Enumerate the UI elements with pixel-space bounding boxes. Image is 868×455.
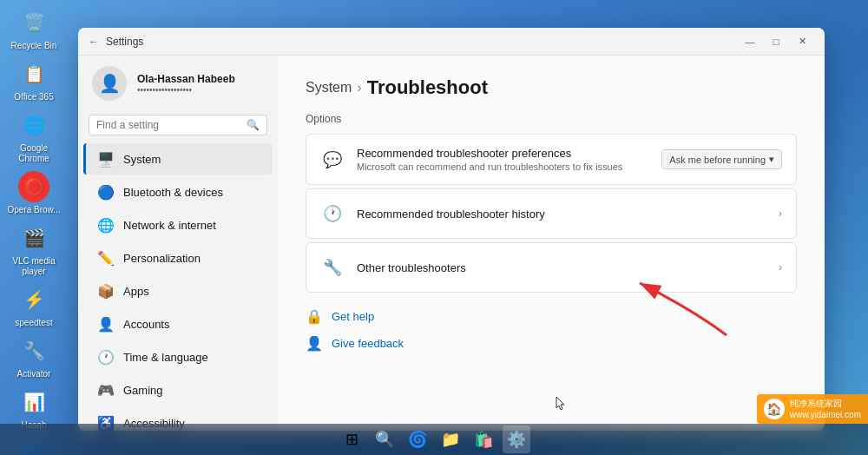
troubleshooter-history-card[interactable]: 🕐 Recommended troubleshooter history ›	[306, 188, 797, 239]
troubleshooter-preferences-title: Recommended troubleshooter preferences	[357, 147, 649, 160]
troubleshooter-preferences-content: Recommended troubleshooter preferences M…	[357, 147, 649, 172]
network-icon: 🌐	[97, 216, 115, 234]
links-section: 🔒 Get help 👤 Give feedback	[306, 307, 797, 353]
window-controls: — □ ✕	[738, 31, 814, 52]
system-icon: 🖥️	[97, 150, 115, 168]
main-content: System › Troubleshoot Options 💬 Recommen…	[278, 56, 825, 431]
troubleshooter-preferences-action[interactable]: Ask me before running ▾	[661, 149, 782, 169]
taskbar-store[interactable]: 🛍️	[470, 425, 497, 453]
maximize-button[interactable]: □	[764, 31, 788, 52]
bluetooth-icon: 🔵	[97, 183, 115, 201]
desktop-icon-opera[interactable]: ⭕ Opera Brow...	[3, 171, 64, 215]
troubleshooter-history-title: Recommended troubleshooter history	[357, 208, 766, 221]
watermark-text: 纯净系统家园 www.yidaimei.com	[790, 398, 861, 420]
close-button[interactable]: ✕	[790, 31, 814, 52]
desktop-icon-speedtest[interactable]: ⚡ speedtest	[3, 284, 64, 328]
sidebar-item-bluetooth[interactable]: 🔵 Bluetooth & devices	[83, 176, 273, 208]
breadcrumb-separator: ›	[357, 80, 361, 96]
other-troubleshooters-action: ›	[779, 261, 782, 274]
time-icon: 🕐	[97, 348, 115, 366]
dropdown-label: Ask me before running	[669, 155, 766, 165]
accounts-icon: 👤	[97, 315, 115, 333]
give-feedback-label: Give feedback	[332, 337, 404, 350]
breadcrumb-current: Troubleshoot	[367, 76, 488, 99]
taskbar-start[interactable]: ⊞	[338, 425, 365, 453]
search-box[interactable]: 🔍	[89, 115, 267, 135]
desktop: 🗑️ Recycle Bin 📋 Office 365 🌐 Google Chr…	[0, 0, 868, 455]
sidebar-item-gaming[interactable]: 🎮 Gaming	[83, 374, 273, 406]
troubleshooter-history-icon: 🕐	[320, 201, 345, 226]
back-button[interactable]: ←	[89, 36, 99, 48]
user-profile[interactable]: 👤 Ola-Hassan Habeeb ••••••••••••••••••	[78, 56, 278, 111]
window-body: 👤 Ola-Hassan Habeeb •••••••••••••••••• 🔍…	[78, 56, 825, 431]
sidebar-item-system[interactable]: 🖥️ System	[83, 143, 273, 175]
desktop-icon-vlc[interactable]: 🎬 VLC media player	[3, 222, 64, 277]
desktop-icon-office[interactable]: 📋 Office 365	[3, 58, 64, 102]
taskbar-edge[interactable]: 🌀	[404, 425, 431, 453]
user-name: Ola-Hassan Habeeb	[137, 73, 264, 85]
sidebar-item-accounts[interactable]: 👤 Accounts	[83, 308, 273, 340]
watermark: 🏠 纯净系统家园 www.yidaimei.com	[757, 394, 868, 424]
taskbar-explorer[interactable]: 📁	[437, 425, 464, 453]
apps-icon: 📦	[97, 282, 115, 300]
sidebar-item-time[interactable]: 🕐 Time & language	[83, 341, 273, 373]
gaming-icon: 🎮	[97, 381, 115, 399]
other-troubleshooters-card[interactable]: 🔧 Other troubleshooters ›	[306, 242, 797, 293]
sidebar-item-apps[interactable]: 📦 Apps	[83, 275, 273, 307]
minimize-button[interactable]: —	[738, 31, 762, 52]
chevron-down-icon: ▾	[769, 154, 774, 165]
troubleshooter-history-content: Recommended troubleshooter history	[357, 208, 766, 221]
user-info: Ola-Hassan Habeeb ••••••••••••••••••	[137, 73, 264, 95]
breadcrumb: System › Troubleshoot	[306, 76, 797, 99]
breadcrumb-parent: System	[306, 80, 352, 96]
settings-window: ← Settings — □ ✕ 👤 Ola-Hassan Habeeb •••…	[78, 28, 825, 431]
search-input[interactable]	[96, 119, 241, 131]
troubleshooter-preferences-icon: 💬	[320, 148, 345, 172]
desktop-icon-chrome[interactable]: 🌐 Google Chrome	[3, 109, 64, 164]
sidebar-item-label: Accounts	[123, 318, 169, 331]
other-troubleshooters-title: Other troubleshooters	[357, 261, 766, 274]
taskbar-search[interactable]: 🔍	[371, 425, 398, 453]
title-bar: ← Settings — □ ✕	[78, 28, 825, 56]
other-troubleshooters-icon: 🔧	[320, 255, 345, 280]
troubleshooter-preferences-desc: Microsoft can recommend and run troubles…	[357, 162, 649, 172]
taskbar: ⊞ 🔍 🌀 📁 🛍️ ⚙️	[0, 424, 868, 455]
chevron-right-icon: ›	[779, 208, 782, 220]
watermark-icon: 🏠	[764, 399, 785, 419]
user-email: ••••••••••••••••••	[137, 85, 264, 95]
give-feedback-icon: 👤	[306, 335, 323, 352]
avatar: 👤	[92, 66, 127, 101]
troubleshooter-history-action: ›	[779, 208, 782, 220]
other-troubleshooters-content: Other troubleshooters	[357, 261, 766, 274]
sidebar-item-label: Network & internet	[123, 219, 216, 232]
sidebar-item-label: Gaming	[123, 384, 163, 397]
chevron-right-icon: ›	[779, 261, 782, 274]
troubleshooter-preferences-card[interactable]: 💬 Recommended troubleshooter preferences…	[306, 134, 797, 185]
get-help-link[interactable]: 🔒 Get help	[306, 307, 797, 326]
give-feedback-link[interactable]: 👤 Give feedback	[306, 333, 797, 353]
sidebar-item-label: Apps	[123, 285, 149, 298]
taskbar-settings[interactable]: ⚙️	[503, 425, 530, 453]
sidebar: 👤 Ola-Hassan Habeeb •••••••••••••••••• 🔍…	[78, 56, 278, 431]
troubleshooter-dropdown[interactable]: Ask me before running ▾	[661, 149, 782, 169]
get-help-label: Get help	[332, 310, 374, 323]
sidebar-item-label: Personalization	[123, 252, 201, 265]
desktop-icon-recycle-bin[interactable]: 🗑️ Recycle Bin	[3, 7, 64, 51]
window-title: Settings	[106, 36, 738, 48]
sidebar-item-network[interactable]: 🌐 Network & internet	[83, 209, 273, 241]
section-title: Options	[306, 113, 797, 125]
sidebar-item-label: System	[123, 153, 161, 166]
personalization-icon: ✏️	[97, 249, 115, 267]
desktop-icon-activator[interactable]: 🔧 Activator	[3, 335, 64, 379]
sidebar-item-label: Bluetooth & devices	[123, 186, 223, 199]
get-help-icon: 🔒	[306, 308, 323, 325]
search-icon: 🔍	[247, 119, 260, 131]
desktop-icons: 🗑️ Recycle Bin 📋 Office 365 🌐 Google Chr…	[0, 0, 68, 455]
sidebar-item-personalization[interactable]: ✏️ Personalization	[83, 242, 273, 274]
sidebar-item-label: Time & language	[123, 351, 208, 364]
